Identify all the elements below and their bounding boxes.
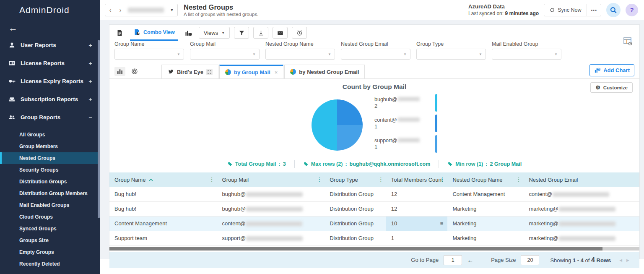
grid-view-button[interactable] (114, 25, 126, 41)
sidebar-item-all-groups[interactable]: All Groups (0, 129, 100, 141)
legend-item[interactable]: support@ 1 (374, 135, 437, 153)
column-header-group-name[interactable]: Group Name⋮ (109, 172, 217, 187)
legend-label: content@ (374, 117, 420, 123)
sidebar-item-security-groups[interactable]: Security Groups (0, 164, 100, 176)
horizontal-scrollbar[interactable] (109, 247, 639, 251)
sidebar-item-distribution-group-members[interactable]: Distribution Group Members (0, 188, 100, 199)
cell-total-members-selected[interactable]: 10≡ (386, 216, 448, 231)
group-name-select[interactable]: ▼ (114, 49, 184, 60)
customize-button[interactable]: ⚙ Customize (590, 82, 633, 93)
stat-total-group-mail: Total Group Mail : 3 (219, 161, 294, 167)
bar-chart-toggle[interactable] (114, 67, 125, 76)
add-chart-label: Add Chart (603, 67, 630, 73)
column-header-total-members-count[interactable]: Total Members Count⋮ (386, 172, 448, 187)
sidebar-item-user-reports[interactable]: User Reports + (0, 36, 100, 54)
column-menu-icon[interactable]: ⋮ (378, 176, 384, 183)
views-dropdown[interactable]: Views ▼ (199, 27, 230, 39)
legend-texts: support@ 1 (374, 138, 420, 150)
sidebar-item-groups-size[interactable]: Groups Size (0, 235, 100, 246)
sidebar-item-subscription-reports[interactable]: Subscription Reports + (0, 90, 100, 108)
add-chart-icon (594, 67, 600, 73)
column-menu-icon[interactable]: ⋮ (317, 176, 322, 183)
email-button[interactable] (273, 27, 288, 39)
column-header-nested-group-email[interactable]: Nested Group Email (524, 172, 639, 187)
tab-by-group-mail[interactable]: by Group Mail × (219, 65, 283, 78)
table-row[interactable]: Support team support@ Distribution Group… (109, 231, 639, 245)
tenant-selector-redacted[interactable] (128, 8, 164, 13)
filter-button[interactable] (234, 27, 249, 39)
expand-icon[interactable]: + (88, 60, 92, 67)
table-row-selected[interactable]: Content Management content@ Distribution… (109, 216, 639, 231)
alarm-clock-icon (296, 30, 303, 36)
expand-icon[interactable]: + (88, 42, 92, 49)
table-row[interactable]: Bug hub! bughub@ Distribution Group 12 C… (109, 187, 639, 201)
column-label: Nested Group Email (529, 177, 578, 183)
nav-forward-icon[interactable]: › (115, 7, 125, 13)
search-button[interactable] (606, 3, 621, 17)
column-chooser-button[interactable] (623, 36, 633, 48)
nav-back-icon[interactable]: ‹ (105, 7, 115, 13)
add-chart-button[interactable]: Add Chart (589, 64, 634, 76)
tab-by-nested-group-email[interactable]: by Nested Group Email (284, 65, 365, 78)
sidebar-item-mail-enabled-groups[interactable]: Mail Enabled Groups (0, 199, 100, 211)
sidebar-item-label: User Reports (21, 42, 88, 48)
page-size-input[interactable] (521, 255, 539, 265)
page-number-input[interactable] (444, 255, 462, 265)
close-icon[interactable]: × (275, 69, 278, 76)
group-mail-select[interactable]: ▼ (190, 49, 260, 60)
sidebar-item-group-members[interactable]: Group Members (0, 141, 100, 152)
chevron-down-icon[interactable]: ▼ (166, 8, 177, 12)
page-nav-arrows[interactable]: ◄► (618, 258, 633, 263)
sidebar-item-nested-groups[interactable]: Nested Groups (0, 152, 100, 164)
schedule-button[interactable] (292, 27, 307, 39)
donut-chart-toggle[interactable] (131, 68, 138, 75)
column-menu-icon[interactable]: ⋮ (439, 176, 445, 183)
legend-value: 1 (374, 144, 420, 150)
nested-group-name-select[interactable]: ▼ (265, 49, 335, 60)
scrollbar-thumb[interactable] (109, 247, 602, 251)
column-header-group-mail[interactable]: Group Mail⋮ (217, 172, 325, 187)
sidebar-scrollbar[interactable] (98, 40, 100, 218)
nested-group-email-select[interactable]: ▼ (341, 49, 410, 60)
drag-handle-icon[interactable]: ≡ (440, 220, 444, 227)
prev-page-icon[interactable]: ◄ (618, 258, 626, 263)
sidebar-item-synced-groups[interactable]: Synced Groups (0, 223, 100, 235)
sidebar-item-distribution-groups[interactable]: Distribution Groups (0, 176, 100, 188)
legend-item[interactable]: content@ 1 (374, 115, 437, 132)
sidebar-item-empty-groups[interactable]: Empty Groups (0, 246, 100, 258)
next-page-icon[interactable]: ► (626, 258, 633, 263)
pie-chart[interactable] (312, 99, 363, 151)
help-button[interactable]: ? (626, 4, 638, 16)
export-button[interactable] (253, 27, 268, 39)
chart-view-button[interactable] (182, 25, 195, 41)
cell-nested-email: marketing@ (524, 216, 639, 231)
collapse-sidebar-icon[interactable]: ← (0, 15, 17, 36)
column-menu-icon[interactable]: ⋮ (516, 176, 521, 183)
column-header-group-type[interactable]: Group Type⋮ (325, 172, 386, 187)
column-menu-icon[interactable]: ⋮ (209, 176, 215, 183)
table-row[interactable]: Bug hub! bughub@ Distribution Group 12 M… (109, 201, 639, 216)
tab-birds-eye[interactable]: Bird's Eye (161, 65, 218, 78)
sync-icon (550, 8, 555, 13)
group-type-select[interactable]: ▼ (416, 49, 486, 60)
combo-view-button[interactable]: Combo View (130, 25, 178, 41)
sync-now-button[interactable]: Sync Now (544, 7, 587, 13)
sidebar-item-recently-deleted[interactable]: Recently Deleted (0, 258, 100, 270)
top-right-controls: AzureAD Data Last synced on: 9 minutes a… (468, 3, 644, 17)
legend-item[interactable]: bughub@ 2 (374, 94, 437, 112)
sidebar-item-license-expiry-reports[interactable]: License Expiry Reports + (0, 72, 100, 90)
expand-icon[interactable] (206, 69, 213, 75)
more-options-icon[interactable]: ••• (587, 4, 601, 16)
showing-prefix: Showing (550, 257, 571, 264)
mail-enabled-group-select[interactable]: ▼ (492, 49, 561, 60)
expand-icon[interactable]: + (88, 96, 92, 103)
filter-mail-enabled-group: Mail Enabled Group ▼ (492, 41, 561, 60)
sidebar-item-cloud-groups[interactable]: Cloud Groups (0, 211, 100, 223)
go-arrow-icon[interactable]: ← (467, 256, 473, 264)
collapse-icon[interactable]: − (88, 114, 92, 121)
expand-icon[interactable]: + (88, 78, 92, 85)
sidebar-item-license-reports[interactable]: License Reports + (0, 54, 100, 72)
column-header-nested-group-name[interactable]: Nested Group Name⋮ (447, 172, 524, 187)
sort-asc-icon[interactable] (149, 178, 153, 181)
sidebar-item-group-reports[interactable]: Group Reports − (0, 108, 100, 126)
